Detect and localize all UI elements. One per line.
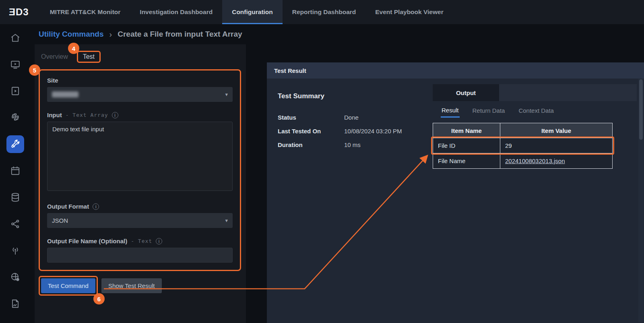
test-summary-section: Test Summary Status Done Last Tested On … bbox=[267, 79, 433, 323]
breadcrumb-separator-icon: › bbox=[109, 30, 112, 39]
nav-configuration[interactable]: Configuration bbox=[222, 0, 283, 24]
panel-buttons: Test Command Show Test Result bbox=[39, 276, 241, 296]
test-command-annotation: Test Command bbox=[39, 276, 98, 296]
step-badge-4: 4 bbox=[68, 43, 79, 54]
test-form-annotation: Site Input - Text Array Demo text file i… bbox=[39, 69, 241, 271]
summary-row-duration: Duration 10 ms bbox=[278, 141, 433, 148]
summary-row-last-tested: Last Tested On 10/08/2024 03:20 PM bbox=[278, 128, 433, 135]
step-badge-5: 5 bbox=[29, 64, 40, 76]
info-icon bbox=[112, 112, 118, 118]
connections-share-icon[interactable] bbox=[6, 215, 24, 233]
nav-event-playbook-viewer[interactable]: Event Playbook Viewer bbox=[365, 0, 453, 24]
utility-tools-icon[interactable] bbox=[6, 135, 24, 153]
input-label: Input bbox=[47, 112, 62, 118]
result-table: Item Name Item Value File ID 29 File Nam… bbox=[433, 123, 613, 169]
nav-reporting-dashboard[interactable]: Reporting Dashboard bbox=[283, 0, 365, 24]
col-header-item-name: Item Name bbox=[433, 123, 500, 138]
database-icon[interactable] bbox=[6, 188, 24, 206]
table-row-file-id: File ID 29 bbox=[433, 138, 613, 153]
info-icon bbox=[156, 238, 162, 244]
subtab-return-data[interactable]: Return Data bbox=[472, 103, 506, 117]
tab-test[interactable]: Test bbox=[83, 53, 95, 60]
output-format-label-row: Output Format bbox=[47, 203, 233, 210]
test-result-body: Test Summary Status Done Last Tested On … bbox=[267, 79, 644, 323]
last-tested-value: 10/08/2024 03:20 PM bbox=[344, 128, 402, 135]
output-file-label-row: Output File Name (Optional) - Text bbox=[47, 238, 233, 244]
tab-overview[interactable]: Overview bbox=[39, 52, 70, 62]
site-select[interactable] bbox=[47, 87, 233, 102]
status-label: Status bbox=[278, 114, 344, 121]
broadcast-signal-icon[interactable] bbox=[6, 242, 24, 259]
audit-doc-icon[interactable] bbox=[6, 295, 24, 313]
tab-output[interactable]: Output bbox=[433, 84, 499, 101]
scrollbar-track[interactable] bbox=[638, 79, 644, 322]
test-result-title: Test Result bbox=[274, 67, 306, 74]
output-format-label: Output Format bbox=[47, 203, 89, 210]
test-result-header: Test Result bbox=[267, 62, 644, 79]
top-nav: ƎD3 MITRE ATT&CK Monitor Investigation D… bbox=[0, 0, 644, 24]
integrations-puzzle-icon[interactable] bbox=[6, 109, 24, 126]
file-id-value-cell: 29 bbox=[500, 138, 613, 153]
last-tested-label: Last Tested On bbox=[278, 128, 344, 135]
show-test-result-button[interactable]: Show Test Result bbox=[101, 278, 162, 293]
subtab-result[interactable]: Result bbox=[441, 103, 460, 118]
test-result-panel: Test Result Test Summary Status Done Las… bbox=[267, 62, 644, 323]
status-value: Done bbox=[344, 114, 359, 121]
file-name-link[interactable]: 20241008032013.json bbox=[505, 157, 565, 164]
nav-investigation-dashboard[interactable]: Investigation Dashboard bbox=[130, 0, 222, 24]
file-name-name-cell: File Name bbox=[433, 153, 500, 169]
input-label-row: Input - Text Array bbox=[47, 112, 233, 118]
app-root: ƎD3 MITRE ATT&CK Monitor Investigation D… bbox=[0, 0, 644, 323]
file-id-name-cell: File ID bbox=[433, 138, 500, 153]
output-file-type-hint: - Text bbox=[131, 238, 152, 244]
d3-logo[interactable]: ƎD3 bbox=[0, 0, 40, 24]
breadcrumb: Utility Commands › Create a File from in… bbox=[31, 24, 644, 44]
output-file-name-input[interactable] bbox=[47, 248, 233, 263]
input-type-hint: - Text Array bbox=[66, 112, 108, 118]
site-redacted-value bbox=[52, 91, 78, 97]
input-textarea[interactable]: Demo text file input bbox=[47, 122, 233, 191]
breadcrumb-utility-commands[interactable]: Utility Commands bbox=[39, 30, 104, 39]
output-tabbar: Output bbox=[433, 84, 637, 101]
file-name-value-cell: 20241008032013.json bbox=[500, 153, 613, 169]
nav-mitre-attck-monitor[interactable]: MITRE ATT&CK Monitor bbox=[40, 0, 130, 24]
info-icon bbox=[93, 203, 99, 210]
duration-value: 10 ms bbox=[344, 141, 361, 148]
output-section: Output Result Return Data Context Data I… bbox=[433, 79, 644, 323]
col-header-item-value: Item Value bbox=[500, 123, 613, 138]
output-format-select[interactable]: JSON bbox=[47, 213, 233, 228]
step-badge-6: 6 bbox=[93, 293, 105, 304]
command-test-panel: Overview Test Site Input - Text Array De… bbox=[35, 44, 246, 323]
output-format-value: JSON bbox=[52, 217, 68, 224]
media-card-play-icon[interactable] bbox=[6, 82, 24, 100]
test-summary-heading: Test Summary bbox=[278, 92, 433, 100]
site-label-row: Site bbox=[47, 77, 233, 84]
calendar-icon[interactable] bbox=[6, 162, 24, 180]
output-subtabs: Result Return Data Context Data bbox=[433, 101, 637, 119]
tab-test-annotation[interactable]: Test bbox=[77, 51, 101, 63]
duration-label: Duration bbox=[278, 141, 344, 148]
scrollbar-thumb[interactable] bbox=[639, 79, 643, 140]
test-command-button[interactable]: Test Command bbox=[41, 278, 95, 293]
page-title: Create a File from input Text Array bbox=[118, 30, 242, 39]
icon-sidebar bbox=[0, 24, 31, 323]
site-label: Site bbox=[47, 77, 58, 84]
result-table-wrap: Item Name Item Value File ID 29 File Nam… bbox=[433, 123, 613, 169]
summary-row-status: Status Done bbox=[278, 114, 433, 121]
table-row-file-name: File Name 20241008032013.json bbox=[433, 153, 613, 169]
subtab-context-data[interactable]: Context Data bbox=[518, 103, 555, 117]
geo-user-icon[interactable] bbox=[6, 268, 24, 286]
monitor-play-icon[interactable] bbox=[6, 56, 24, 73]
output-file-name-label: Output File Name (Optional) bbox=[47, 238, 127, 244]
home-icon[interactable] bbox=[6, 29, 24, 47]
